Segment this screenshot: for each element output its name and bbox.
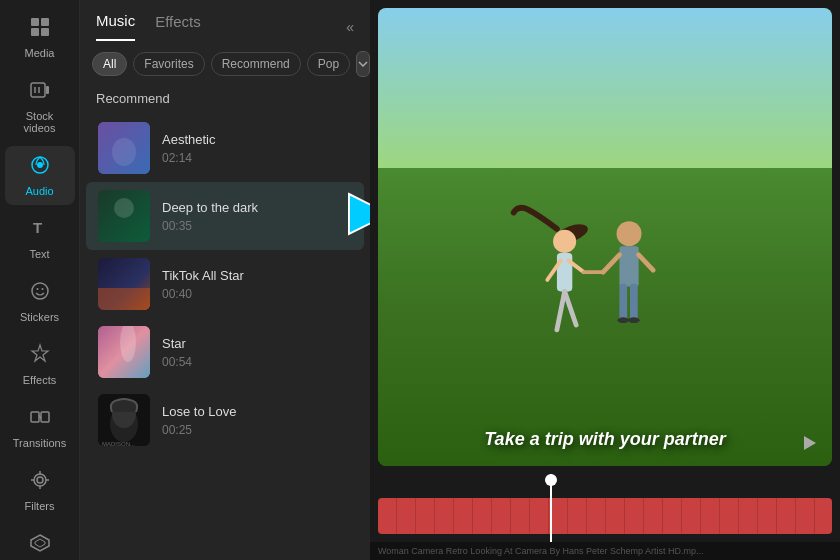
sidebar-item-label-stickers: Stickers: [20, 311, 59, 323]
svg-rect-46: [619, 246, 638, 286]
sidebar-item-label-transitions: Transitions: [13, 437, 66, 449]
svg-point-50: [628, 317, 640, 323]
filter-recommend[interactable]: Recommend: [211, 52, 301, 76]
media-icon: [29, 16, 51, 43]
svg-marker-29: [349, 194, 370, 234]
video-background: Take a trip with your partner: [378, 8, 832, 466]
music-info-deep: Deep to the dark 00:35: [162, 200, 352, 233]
svg-marker-24: [35, 539, 45, 547]
svg-rect-0: [31, 18, 39, 26]
music-duration-aesthetic: 02:14: [162, 151, 352, 165]
music-title-aesthetic: Aesthetic: [162, 132, 352, 147]
metadata-strip: Woman Camera Retro Looking At Camera By …: [370, 542, 840, 560]
svg-rect-1: [41, 18, 49, 26]
text-icon: T: [29, 217, 51, 244]
svg-point-13: [41, 288, 43, 290]
music-list: Aesthetic 02:14 Deep t: [80, 114, 370, 560]
svg-point-28: [114, 198, 134, 218]
music-duration-lose: 00:25: [162, 423, 352, 437]
svg-point-49: [618, 317, 630, 323]
sidebar-item-audio[interactable]: Audio: [5, 146, 75, 205]
tab-effects[interactable]: Effects: [155, 13, 201, 40]
tab-music[interactable]: Music: [96, 12, 135, 41]
svg-rect-15: [31, 412, 39, 422]
svg-rect-47: [619, 284, 627, 321]
video-preview: Take a trip with your partner: [378, 8, 832, 466]
sidebar: Media Stock videos Audio T: [0, 0, 80, 560]
play-arrow-indicator: [344, 189, 370, 243]
thumb-aesthetic: [98, 122, 150, 174]
music-item-deep[interactable]: Deep to the dark 00:35: [86, 182, 364, 250]
sidebar-item-label-media: Media: [25, 47, 55, 59]
svg-point-9: [37, 162, 43, 168]
thumb-deep: [98, 190, 150, 242]
music-title-star: Star: [162, 336, 352, 351]
sidebar-item-stickers[interactable]: Stickers: [5, 272, 75, 331]
filter-favorites[interactable]: Favorites: [133, 52, 204, 76]
music-item-lose[interactable]: MADISON... Lose to Love 00:25: [86, 386, 364, 454]
stickers-icon: [29, 280, 51, 307]
timeline-playhead[interactable]: [550, 474, 552, 542]
sidebar-item-effects[interactable]: Effects: [5, 335, 75, 394]
music-panel: Music Effects « All Favorites Recommend …: [80, 0, 370, 560]
music-duration-tiktok: 00:40: [162, 287, 352, 301]
effects-icon: [29, 343, 51, 370]
svg-rect-31: [98, 288, 150, 310]
svg-rect-2: [31, 28, 39, 36]
svg-point-26: [112, 138, 136, 166]
scene-svg: [445, 176, 765, 426]
svg-text:T: T: [33, 219, 42, 236]
svg-point-17: [34, 474, 46, 486]
music-info-star: Star 00:54: [162, 336, 352, 369]
svg-marker-54: [804, 436, 816, 450]
sky-bg: [378, 8, 832, 191]
sidebar-item-transitions[interactable]: Transitions: [5, 398, 75, 457]
music-info-lose: Lose to Love 00:25: [162, 404, 352, 437]
sidebar-item-stock-videos[interactable]: Stock videos: [5, 71, 75, 142]
sidebar-item-label-effects: Effects: [23, 374, 56, 386]
svg-point-11: [32, 283, 48, 299]
thumb-star: [98, 326, 150, 378]
metadata-text: Woman Camera Retro Looking At Camera By …: [378, 546, 703, 556]
music-duration-star: 00:54: [162, 355, 352, 369]
sidebar-item-library[interactable]: Library: [5, 524, 75, 560]
music-title-deep: Deep to the dark: [162, 200, 352, 215]
filter-dropdown-button[interactable]: [356, 51, 370, 77]
sidebar-item-text[interactable]: T Text: [5, 209, 75, 268]
svg-line-52: [639, 255, 653, 270]
sidebar-item-label-filters: Filters: [25, 500, 55, 512]
filter-all[interactable]: All: [92, 52, 127, 76]
panel-tabs: Music Effects «: [80, 0, 370, 41]
svg-rect-16: [41, 412, 49, 422]
main-area: Take a trip with your partner 00:03 00:0…: [370, 0, 840, 560]
svg-line-51: [603, 255, 619, 272]
sidebar-item-filters[interactable]: Filters: [5, 461, 75, 520]
svg-marker-14: [32, 345, 48, 361]
music-title-lose: Lose to Love: [162, 404, 352, 419]
svg-point-12: [36, 288, 38, 290]
music-item-tiktok[interactable]: TikTok All Star 00:40: [86, 250, 364, 318]
svg-point-18: [37, 477, 43, 483]
svg-rect-3: [41, 28, 49, 36]
filter-pop[interactable]: Pop: [307, 52, 350, 76]
music-info-tiktok: TikTok All Star 00:40: [162, 268, 352, 301]
timeline[interactable]: 00:03 00:06 00:09: [370, 474, 840, 542]
section-header-recommend: Recommend: [80, 87, 370, 114]
stock-videos-icon: [29, 79, 51, 106]
transitions-icon: [29, 406, 51, 433]
music-item-aesthetic[interactable]: Aesthetic 02:14: [86, 114, 364, 182]
library-icon: [29, 532, 51, 559]
sidebar-item-label-text: Text: [29, 248, 49, 260]
audio-icon: [29, 154, 51, 181]
svg-point-39: [553, 230, 576, 253]
svg-rect-48: [630, 284, 638, 321]
panel-collapse-button[interactable]: «: [346, 19, 354, 35]
svg-rect-40: [557, 253, 572, 291]
sidebar-item-media[interactable]: Media: [5, 8, 75, 67]
music-duration-deep: 00:35: [162, 219, 352, 233]
svg-marker-23: [31, 535, 49, 551]
video-play-button[interactable]: [800, 434, 818, 456]
music-item-star[interactable]: Star 00:54: [86, 318, 364, 386]
sidebar-item-label-audio: Audio: [25, 185, 53, 197]
video-subtitle: Take a trip with your partner: [378, 429, 832, 450]
